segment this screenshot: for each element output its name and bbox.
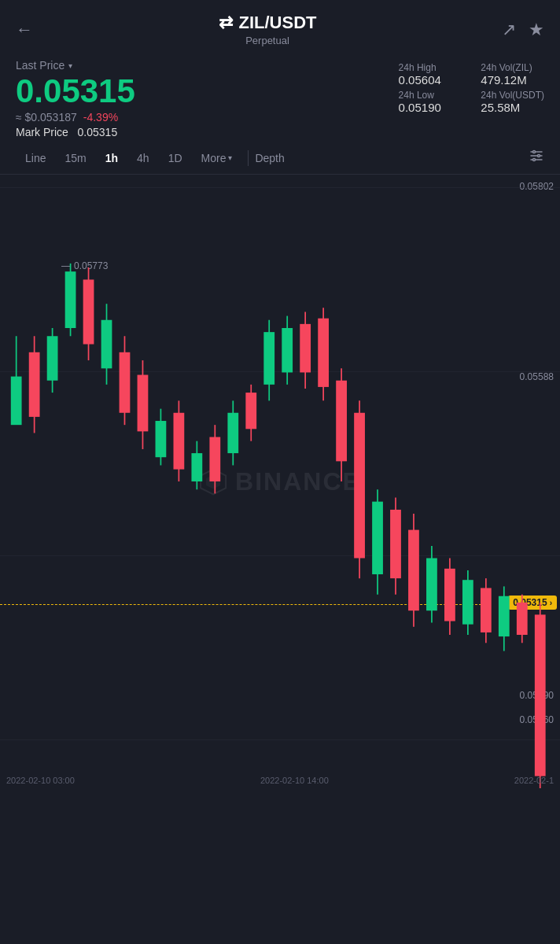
svg-rect-22 — [120, 352, 131, 413]
svg-rect-32 — [209, 437, 220, 481]
price-usd-row: ≈ $0.053187 -4.39% — [16, 111, 135, 124]
toolbar-settings-icon[interactable] — [529, 148, 544, 168]
header-title-section: ⇄ ZIL/USDT Perpetual — [219, 13, 317, 46]
svg-point-1 — [538, 155, 540, 157]
price-left-panel: Last Price ▾ 0.05315 ≈ $0.053187 -4.39% … — [16, 59, 135, 138]
trading-pair: ⇄ ZIL/USDT — [219, 13, 317, 33]
mark-price-label: Mark Price — [16, 126, 68, 138]
main-price-value: 0.05315 — [16, 75, 135, 108]
price-change-pct: -4.39% — [83, 111, 118, 124]
mark-price-row: Mark Price 0.05315 — [16, 126, 135, 138]
svg-rect-14 — [47, 336, 58, 380]
chart-timestamps: 2022-02-10 03:00 2022-02-10 14:00 2022-0… — [0, 773, 560, 788]
svg-rect-28 — [173, 413, 184, 470]
svg-rect-16 — [65, 271, 76, 328]
svg-rect-18 — [83, 279, 94, 344]
toolbar-1h[interactable]: 1h — [96, 149, 127, 168]
last-price-text: Last Price — [16, 59, 64, 72]
svg-rect-26 — [156, 421, 167, 457]
svg-rect-44 — [318, 319, 329, 387]
dropdown-arrow-icon: ▾ — [68, 61, 72, 70]
svg-rect-54 — [408, 530, 419, 611]
svg-rect-24 — [138, 375, 149, 432]
low-label: 24h Low — [399, 90, 462, 101]
stat-24h-vol-usdt: 24h Vol(USDT) 25.58M — [481, 90, 544, 114]
svg-rect-60 — [462, 580, 473, 624]
timestamp-2: 2022-02-10 14:00 — [260, 776, 329, 785]
svg-rect-20 — [101, 320, 112, 369]
vol-zil-label: 24h Vol(ZIL) — [481, 62, 544, 73]
svg-rect-10 — [11, 377, 22, 426]
header-action-icons: ↗ ★ — [502, 20, 544, 40]
toolbar-more[interactable]: More ▾ — [192, 149, 242, 168]
contract-type: Perpetual — [245, 35, 289, 46]
svg-rect-48 — [354, 413, 365, 559]
candlestick-chart[interactable] — [0, 175, 560, 788]
favorite-icon[interactable]: ★ — [529, 20, 544, 40]
svg-rect-38 — [263, 332, 274, 385]
timestamp-1: 2022-02-10 03:00 — [6, 776, 75, 785]
stat-24h-low: 24h Low 0.05190 — [399, 90, 462, 114]
svg-rect-64 — [499, 596, 510, 636]
back-button[interactable]: ← — [16, 20, 33, 40]
svg-rect-56 — [426, 559, 437, 611]
toolbar-1d[interactable]: 1D — [159, 149, 192, 168]
vol-usdt-value: 25.58M — [481, 101, 544, 114]
share-icon[interactable]: ↗ — [502, 20, 516, 40]
svg-rect-34 — [227, 413, 238, 453]
toolbar-15m[interactable]: 15m — [55, 149, 95, 168]
usd-approx-value: ≈ $0.053187 — [16, 111, 77, 124]
header: ← ⇄ ZIL/USDT Perpetual ↗ ★ — [0, 0, 560, 53]
chart-toolbar: Line 15m 1h 4h 1D More ▾ Depth — [0, 138, 560, 175]
stat-24h-vol-zil: 24h Vol(ZIL) 479.12M — [481, 62, 544, 87]
price-section: Last Price ▾ 0.05315 ≈ $0.053187 -4.39% … — [0, 53, 560, 138]
price-stats-panel: 24h High 0.05604 24h Vol(ZIL) 479.12M 24… — [399, 59, 544, 114]
svg-rect-40 — [282, 328, 293, 372]
svg-rect-46 — [336, 381, 347, 462]
svg-rect-68 — [535, 614, 546, 776]
chart-area[interactable]: BINANCE 0.05802 0.05588 0.05190 0.05160 … — [0, 175, 560, 788]
toolbar-depth[interactable]: Depth — [255, 152, 284, 164]
vol-zil-value: 479.12M — [481, 73, 544, 87]
svg-rect-62 — [481, 588, 492, 632]
high-value: 0.05604 — [399, 73, 462, 87]
toolbar-separator — [248, 150, 249, 166]
svg-rect-58 — [444, 569, 455, 621]
toolbar-4h[interactable]: 4h — [127, 149, 159, 168]
stat-24h-high: 24h High 0.05604 — [399, 62, 462, 87]
mark-price-value: 0.05315 — [78, 126, 118, 138]
svg-rect-12 — [29, 352, 40, 417]
svg-point-2 — [533, 159, 536, 161]
last-price-label[interactable]: Last Price ▾ — [16, 59, 135, 72]
svg-rect-30 — [191, 453, 202, 481]
vol-usdt-label: 24h Vol(USDT) — [481, 90, 544, 101]
timestamp-3: 2022-02-1 — [514, 776, 554, 785]
low-value: 0.05190 — [399, 101, 462, 114]
svg-rect-42 — [300, 324, 311, 373]
high-label: 24h High — [399, 62, 462, 73]
pair-label: ZIL/USDT — [239, 13, 317, 33]
svg-point-0 — [533, 151, 536, 153]
svg-rect-36 — [245, 393, 256, 429]
svg-rect-66 — [517, 603, 528, 635]
svg-rect-52 — [390, 510, 401, 578]
toolbar-line[interactable]: Line — [16, 149, 55, 168]
swap-icon[interactable]: ⇄ — [219, 13, 233, 33]
svg-rect-50 — [372, 502, 383, 574]
